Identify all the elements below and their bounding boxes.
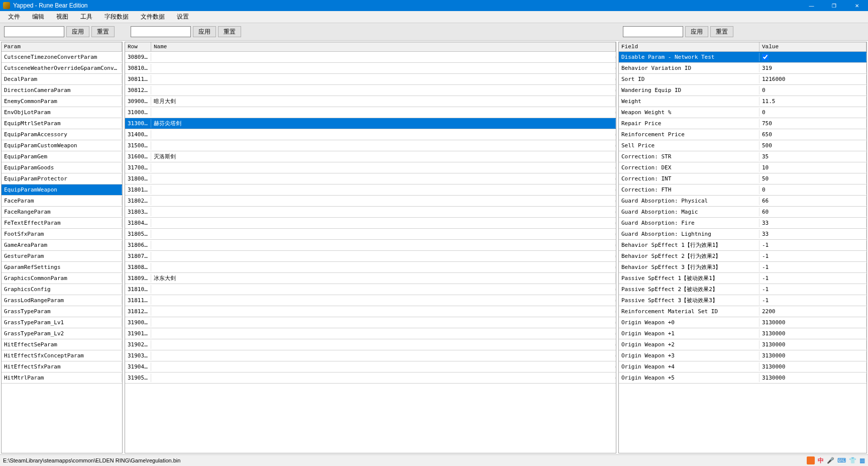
field-row[interactable]: Weapon Weight %0 — [619, 107, 866, 118]
table-row[interactable]: 3150000 — [125, 140, 616, 151]
field-row[interactable]: Reinforcement Material Set ID2200 — [619, 306, 866, 317]
param-row[interactable]: CutsceneTimezoneConvertParam — [2, 52, 122, 63]
field-row[interactable]: Behavior SpEffect 3【行为效果3】-1 — [619, 262, 866, 273]
field-row[interactable]: Behavior SpEffect 2【行为效果2】-1 — [619, 251, 866, 262]
field-row[interactable]: Wandering Equip ID0 — [619, 85, 866, 96]
field-value-cell[interactable]: 0 — [759, 185, 866, 194]
param-row[interactable]: GrassTypeParam_Lv1 — [2, 317, 122, 328]
tray-shirt-icon[interactable]: 👕 — [849, 457, 856, 464]
menu-item[interactable]: 工具 — [74, 12, 98, 22]
menu-item[interactable]: 设置 — [171, 12, 195, 22]
field-row[interactable]: Reinforcement Price650 — [619, 129, 866, 140]
table-row[interactable]: 3100000 — [125, 107, 616, 118]
field-row[interactable]: Origin Weapon +03130000 — [619, 317, 866, 328]
field-value-cell[interactable]: 33 — [759, 230, 866, 238]
field-value-cell[interactable]: -1 — [759, 285, 866, 294]
table-row[interactable]: 3180100 — [125, 184, 616, 196]
field-row[interactable]: Passive SpEffect 3【被动效果3】-1 — [619, 295, 866, 306]
ime-indicator[interactable]: 中 — [818, 456, 824, 465]
field-value-cell[interactable]: -1 — [759, 241, 866, 249]
param-header[interactable]: Param — [2, 42, 122, 51]
field-row[interactable]: Behavior Variation ID319 — [619, 63, 866, 74]
field-row[interactable]: Passive SpEffect 2【被动效果2】-1 — [619, 284, 866, 295]
field-value-cell[interactable]: 35 — [759, 152, 866, 161]
row-header-id[interactable]: Row — [125, 42, 151, 51]
param-row[interactable]: HitEffectSfxConceptParam — [2, 350, 122, 361]
table-row[interactable]: 3130000赫芬尖塔剑 — [125, 118, 616, 129]
field-list[interactable]: Disable Param - Network TestBehavior Var… — [619, 52, 866, 453]
field-row[interactable]: Guard Absorption: Lightning33 — [619, 229, 866, 240]
param-row[interactable]: FootSfxParam — [2, 229, 122, 240]
param-row[interactable]: EquipParamWeapon — [2, 184, 122, 196]
field-value-cell[interactable]: 2200 — [759, 307, 866, 316]
param-row[interactable]: EquipParamCustomWeapon — [2, 140, 122, 151]
field-value-cell[interactable]: 3130000 — [759, 362, 866, 371]
table-row[interactable]: 3181200 — [125, 306, 616, 317]
param-row[interactable]: GraphicsConfig — [2, 284, 122, 295]
menu-item[interactable]: 文件 — [2, 12, 26, 22]
table-row[interactable]: 3180300 — [125, 207, 616, 218]
table-row[interactable]: 3180200 — [125, 196, 616, 207]
row-header-name[interactable]: Name — [151, 42, 616, 51]
field-row[interactable]: Behavior SpEffect 1【行为效果1】-1 — [619, 240, 866, 251]
param-row[interactable]: EquipParamAccessory — [2, 129, 122, 140]
field-value-cell[interactable] — [759, 53, 866, 62]
field-row[interactable]: Guard Absorption: Fire33 — [619, 218, 866, 229]
field-row[interactable]: Sell Price500 — [619, 140, 866, 151]
table-row[interactable]: 3190300 — [125, 350, 616, 361]
field-row[interactable]: Correction: DEX10 — [619, 162, 866, 173]
field-value-cell[interactable]: 11.5 — [759, 97, 866, 106]
close-button[interactable]: ✕ — [845, 0, 868, 11]
field-row[interactable]: Passive SpEffect 1【被动效果1】-1 — [619, 273, 866, 284]
field-value-cell[interactable]: 33 — [759, 219, 866, 227]
row-reset-button[interactable]: 重置 — [218, 26, 241, 37]
tray-icon[interactable] — [807, 456, 815, 464]
field-value-cell[interactable]: -1 — [759, 263, 866, 271]
field-value-cell[interactable]: -1 — [759, 274, 866, 283]
menu-item[interactable]: 字段数据 — [98, 12, 135, 22]
field-row[interactable]: Origin Weapon +33130000 — [619, 350, 866, 361]
field-row[interactable]: Disable Param - Network Test — [619, 52, 866, 63]
table-row[interactable]: 3180700 — [125, 251, 616, 262]
param-list[interactable]: CutsceneTimezoneConvertParamCutsceneWeat… — [2, 52, 122, 453]
table-row[interactable]: 3180800 — [125, 262, 616, 273]
field-value-cell[interactable]: 0 — [759, 108, 866, 117]
field-row[interactable]: Origin Weapon +23130000 — [619, 339, 866, 350]
field-value-cell[interactable]: 60 — [759, 208, 866, 216]
field-apply-button[interactable]: 应用 — [685, 26, 708, 37]
table-row[interactable]: 3180600 — [125, 240, 616, 251]
tray-mic-icon[interactable]: 🎤 — [827, 457, 834, 464]
table-row[interactable]: 3090000暗月大剑 — [125, 96, 616, 107]
table-row[interactable]: 3190000 — [125, 317, 616, 328]
table-row[interactable]: 3180400 — [125, 218, 616, 229]
field-reset-button[interactable]: 重置 — [710, 26, 733, 37]
param-row[interactable]: GparamRefSettings — [2, 262, 122, 273]
field-row[interactable]: Repair Price750 — [619, 118, 866, 129]
field-header-name[interactable]: Field — [619, 42, 759, 51]
param-row[interactable]: FaceRangeParam — [2, 207, 122, 218]
param-row[interactable]: HitMtrlParam — [2, 372, 122, 384]
param-row[interactable]: GestureParam — [2, 251, 122, 262]
field-value-cell[interactable]: 50 — [759, 174, 866, 183]
field-value-cell[interactable]: 3130000 — [759, 351, 866, 360]
field-row[interactable]: Guard Absorption: Physical66 — [619, 196, 866, 207]
field-value-cell[interactable]: 650 — [759, 130, 866, 139]
param-row[interactable]: GraphicsCommonParam — [2, 273, 122, 284]
field-value-cell[interactable]: 750 — [759, 119, 866, 128]
field-value-cell[interactable]: 3130000 — [759, 329, 866, 338]
table-row[interactable]: 3190500 — [125, 372, 616, 384]
field-row[interactable]: Correction: STR35 — [619, 151, 866, 162]
param-row[interactable]: FeTextEffectParam — [2, 218, 122, 229]
maximize-button[interactable]: ❐ — [823, 0, 845, 11]
param-row[interactable]: FaceParam — [2, 196, 122, 207]
param-row[interactable]: EnvObjLotParam — [2, 107, 122, 118]
field-value-cell[interactable]: 3130000 — [759, 318, 866, 327]
table-row[interactable]: 3170000 — [125, 162, 616, 173]
param-search-input[interactable] — [4, 26, 64, 37]
table-row[interactable]: 3081200 — [125, 85, 616, 96]
table-row[interactable]: 3190200 — [125, 339, 616, 350]
field-value-cell[interactable]: 319 — [759, 64, 866, 72]
field-row[interactable]: Guard Absorption: Magic60 — [619, 207, 866, 218]
field-value-cell[interactable]: 500 — [759, 141, 866, 150]
field-header-value[interactable]: Value — [759, 42, 866, 51]
